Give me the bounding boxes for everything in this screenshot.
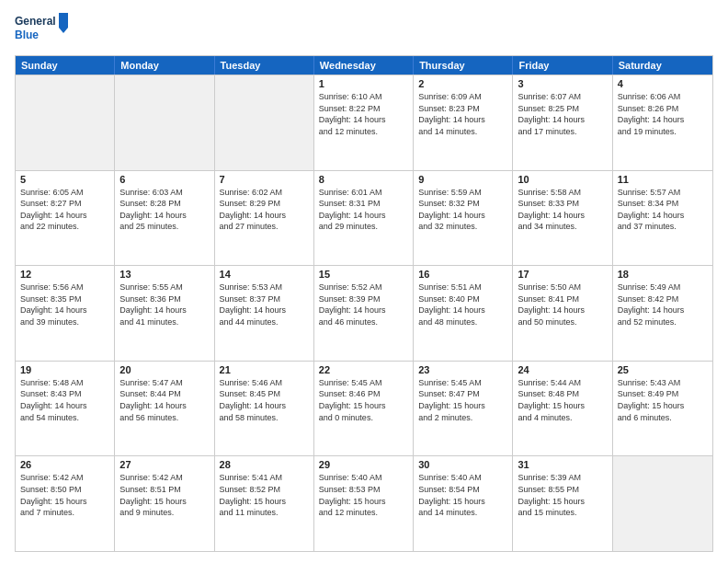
svg-text:General: General (15, 15, 56, 28)
day-cell-31: 31Sunrise: 5:39 AM Sunset: 8:55 PM Dayli… (513, 456, 612, 551)
day-number: 24 (518, 364, 607, 375)
day-info: Sunrise: 5:39 AM Sunset: 8:55 PM Dayligh… (518, 472, 607, 518)
day-number: 9 (418, 174, 507, 185)
day-info: Sunrise: 6:05 AM Sunset: 8:27 PM Dayligh… (20, 187, 109, 233)
day-cell-16: 16Sunrise: 5:51 AM Sunset: 8:40 PM Dayli… (414, 266, 513, 361)
day-info: Sunrise: 5:45 AM Sunset: 8:46 PM Dayligh… (319, 377, 408, 423)
day-cell-9: 9Sunrise: 5:59 AM Sunset: 8:32 PM Daylig… (414, 171, 513, 266)
day-info: Sunrise: 5:45 AM Sunset: 8:47 PM Dayligh… (418, 377, 507, 423)
day-info: Sunrise: 5:58 AM Sunset: 8:33 PM Dayligh… (518, 187, 607, 233)
day-cell-10: 10Sunrise: 5:58 AM Sunset: 8:33 PM Dayli… (513, 171, 612, 266)
day-number: 28 (220, 459, 309, 470)
day-number: 8 (319, 174, 408, 185)
day-cell-24: 24Sunrise: 5:44 AM Sunset: 8:48 PM Dayli… (513, 362, 612, 456)
day-cell-2: 2Sunrise: 6:09 AM Sunset: 8:23 PM Daylig… (414, 75, 513, 170)
day-cell-30: 30Sunrise: 5:40 AM Sunset: 8:54 PM Dayli… (414, 456, 513, 551)
day-number: 14 (220, 269, 309, 280)
day-number: 23 (418, 364, 507, 375)
day-number: 6 (119, 174, 209, 185)
day-number: 12 (20, 269, 109, 280)
day-cell-28: 28Sunrise: 5:41 AM Sunset: 8:52 PM Dayli… (215, 456, 314, 551)
empty-cell (16, 75, 115, 170)
calendar: SundayMondayTuesdayWednesdayThursdayFrid… (15, 55, 713, 552)
day-info: Sunrise: 6:09 AM Sunset: 8:23 PM Dayligh… (418, 91, 507, 137)
day-cell-27: 27Sunrise: 5:42 AM Sunset: 8:51 PM Dayli… (115, 456, 214, 551)
day-info: Sunrise: 5:53 AM Sunset: 8:37 PM Dayligh… (220, 282, 309, 327)
day-info: Sunrise: 5:46 AM Sunset: 8:45 PM Dayligh… (220, 377, 309, 423)
day-info: Sunrise: 5:51 AM Sunset: 8:40 PM Dayligh… (418, 282, 507, 327)
day-info: Sunrise: 5:56 AM Sunset: 8:35 PM Dayligh… (20, 282, 109, 327)
header-day-saturday: Saturday (613, 56, 712, 75)
day-cell-11: 11Sunrise: 5:57 AM Sunset: 8:34 PM Dayli… (613, 171, 712, 266)
day-cell-7: 7Sunrise: 6:02 AM Sunset: 8:29 PM Daylig… (215, 171, 314, 266)
day-cell-25: 25Sunrise: 5:43 AM Sunset: 8:49 PM Dayli… (613, 362, 712, 456)
calendar-week-2: 5Sunrise: 6:05 AM Sunset: 8:27 PM Daylig… (16, 170, 712, 266)
day-number: 25 (618, 364, 708, 375)
day-cell-14: 14Sunrise: 5:53 AM Sunset: 8:37 PM Dayli… (215, 266, 314, 361)
day-info: Sunrise: 5:57 AM Sunset: 8:34 PM Dayligh… (618, 187, 708, 233)
day-info: Sunrise: 6:06 AM Sunset: 8:26 PM Dayligh… (618, 91, 708, 137)
day-cell-19: 19Sunrise: 5:48 AM Sunset: 8:43 PM Dayli… (16, 362, 115, 456)
day-info: Sunrise: 5:43 AM Sunset: 8:49 PM Dayligh… (618, 377, 708, 423)
day-cell-18: 18Sunrise: 5:49 AM Sunset: 8:42 PM Dayli… (613, 266, 712, 361)
day-number: 11 (618, 174, 708, 185)
calendar-week-4: 19Sunrise: 5:48 AM Sunset: 8:43 PM Dayli… (16, 361, 712, 456)
day-number: 29 (319, 459, 408, 470)
day-info: Sunrise: 5:50 AM Sunset: 8:41 PM Dayligh… (518, 282, 607, 327)
header-day-tuesday: Tuesday (215, 56, 314, 75)
header-day-monday: Monday (115, 56, 214, 75)
day-cell-12: 12Sunrise: 5:56 AM Sunset: 8:35 PM Dayli… (16, 266, 115, 361)
day-info: Sunrise: 6:03 AM Sunset: 8:28 PM Dayligh… (119, 187, 209, 233)
day-number: 10 (518, 174, 607, 185)
logo-svg: General Blue (15, 11, 70, 48)
day-info: Sunrise: 6:07 AM Sunset: 8:25 PM Dayligh… (518, 91, 607, 137)
empty-cell (115, 75, 214, 170)
day-number: 18 (618, 269, 708, 280)
day-number: 27 (119, 459, 209, 470)
day-cell-29: 29Sunrise: 5:40 AM Sunset: 8:53 PM Dayli… (314, 456, 414, 551)
calendar-body: 1Sunrise: 6:10 AM Sunset: 8:22 PM Daylig… (16, 75, 712, 551)
day-info: Sunrise: 6:02 AM Sunset: 8:29 PM Dayligh… (220, 187, 309, 233)
calendar-week-5: 26Sunrise: 5:42 AM Sunset: 8:50 PM Dayli… (16, 455, 712, 551)
day-cell-3: 3Sunrise: 6:07 AM Sunset: 8:25 PM Daylig… (513, 75, 612, 170)
day-number: 21 (220, 364, 309, 375)
calendar-week-1: 1Sunrise: 6:10 AM Sunset: 8:22 PM Daylig… (16, 75, 712, 170)
day-info: Sunrise: 5:42 AM Sunset: 8:50 PM Dayligh… (20, 472, 109, 518)
header-day-thursday: Thursday (414, 56, 513, 75)
page-header: General Blue (15, 11, 713, 48)
calendar-header-row: SundayMondayTuesdayWednesdayThursdayFrid… (16, 56, 712, 75)
header-day-wednesday: Wednesday (314, 56, 414, 75)
day-info: Sunrise: 5:40 AM Sunset: 8:54 PM Dayligh… (418, 472, 507, 518)
day-number: 26 (20, 459, 109, 470)
day-number: 3 (518, 78, 607, 89)
empty-cell (613, 456, 712, 551)
day-info: Sunrise: 5:41 AM Sunset: 8:52 PM Dayligh… (220, 472, 309, 518)
day-info: Sunrise: 5:48 AM Sunset: 8:43 PM Dayligh… (20, 377, 109, 423)
day-cell-23: 23Sunrise: 5:45 AM Sunset: 8:47 PM Dayli… (414, 362, 513, 456)
day-cell-21: 21Sunrise: 5:46 AM Sunset: 8:45 PM Dayli… (215, 362, 314, 456)
day-info: Sunrise: 5:44 AM Sunset: 8:48 PM Dayligh… (518, 377, 607, 423)
day-info: Sunrise: 5:40 AM Sunset: 8:53 PM Dayligh… (319, 472, 408, 518)
day-cell-4: 4Sunrise: 6:06 AM Sunset: 8:26 PM Daylig… (613, 75, 712, 170)
day-number: 19 (20, 364, 109, 375)
day-cell-17: 17Sunrise: 5:50 AM Sunset: 8:41 PM Dayli… (513, 266, 612, 361)
day-number: 15 (319, 269, 408, 280)
day-number: 4 (618, 78, 708, 89)
day-info: Sunrise: 5:49 AM Sunset: 8:42 PM Dayligh… (618, 282, 708, 327)
day-number: 1 (319, 78, 408, 89)
day-cell-20: 20Sunrise: 5:47 AM Sunset: 8:44 PM Dayli… (115, 362, 214, 456)
calendar-page: General Blue SundayMondayTuesdayWednesda… (0, 0, 728, 563)
day-info: Sunrise: 5:52 AM Sunset: 8:39 PM Dayligh… (319, 282, 408, 327)
logo: General Blue (15, 11, 70, 48)
day-cell-13: 13Sunrise: 5:55 AM Sunset: 8:36 PM Dayli… (115, 266, 214, 361)
day-number: 17 (518, 269, 607, 280)
empty-cell (215, 75, 314, 170)
day-info: Sunrise: 6:10 AM Sunset: 8:22 PM Dayligh… (319, 91, 408, 137)
day-cell-26: 26Sunrise: 5:42 AM Sunset: 8:50 PM Dayli… (16, 456, 115, 551)
day-number: 20 (119, 364, 209, 375)
day-cell-1: 1Sunrise: 6:10 AM Sunset: 8:22 PM Daylig… (314, 75, 414, 170)
day-number: 22 (319, 364, 408, 375)
day-info: Sunrise: 5:42 AM Sunset: 8:51 PM Dayligh… (119, 472, 209, 518)
day-cell-8: 8Sunrise: 6:01 AM Sunset: 8:31 PM Daylig… (314, 171, 414, 266)
svg-text:Blue: Blue (15, 29, 39, 41)
